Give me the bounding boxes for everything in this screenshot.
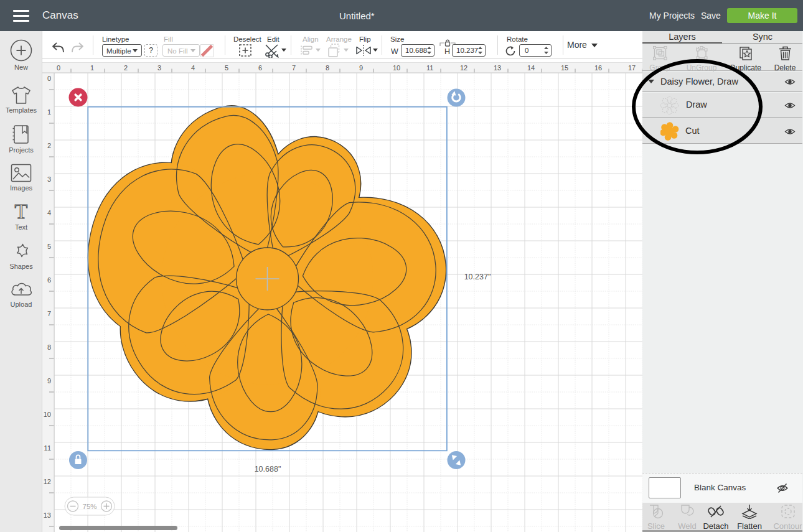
- svg-text:7: 7: [292, 64, 296, 72]
- svg-text:16: 16: [594, 64, 602, 72]
- svg-text:6: 6: [47, 276, 51, 284]
- svg-text:7: 7: [47, 310, 51, 317]
- svg-text:4: 4: [47, 209, 51, 217]
- svg-text:12: 12: [44, 478, 51, 485]
- svg-text:T: T: [15, 202, 28, 222]
- svg-text:0: 0: [57, 64, 60, 72]
- svg-text:8: 8: [47, 343, 51, 351]
- svg-text:11: 11: [44, 444, 51, 452]
- svg-text:1: 1: [47, 108, 51, 116]
- svg-text:15: 15: [561, 64, 568, 72]
- svg-text:9: 9: [359, 64, 363, 72]
- svg-text:8: 8: [326, 64, 329, 72]
- svg-text:3: 3: [157, 64, 161, 72]
- svg-text:0: 0: [47, 75, 51, 82]
- svg-text:12: 12: [460, 64, 467, 72]
- svg-text:5: 5: [225, 64, 228, 72]
- svg-text:10.688": 10.688": [255, 465, 281, 474]
- svg-text:3: 3: [47, 175, 51, 183]
- svg-text:2: 2: [47, 142, 51, 149]
- svg-text:2: 2: [124, 64, 128, 72]
- svg-text:10.237": 10.237": [464, 273, 491, 281]
- svg-text:1: 1: [90, 64, 94, 72]
- svg-text:6: 6: [258, 64, 262, 72]
- svg-text:9: 9: [47, 377, 51, 385]
- svg-text:10: 10: [44, 411, 51, 418]
- svg-text:10: 10: [393, 64, 400, 72]
- svg-text:14: 14: [527, 64, 535, 72]
- svg-text:4: 4: [191, 64, 195, 72]
- svg-text:11: 11: [426, 64, 433, 72]
- svg-text:75%: 75%: [82, 503, 96, 510]
- svg-text:13: 13: [44, 511, 51, 519]
- svg-text:13: 13: [494, 64, 501, 72]
- svg-text:5: 5: [47, 243, 51, 250]
